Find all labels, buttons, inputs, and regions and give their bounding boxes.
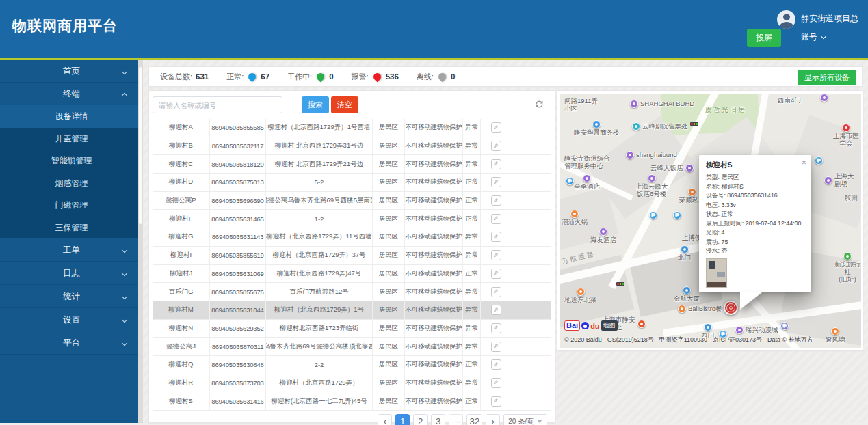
table-row[interactable]: 柳迎村M869405035631044柳迎村（北京西路1729弄）1号居民区不可… [153,301,551,320]
sidebar-item[interactable]: 工单 [0,238,143,262]
map-poi-label: 云峰剧院售票处 [642,123,688,131]
map-poi: 瑞兴动漫城 [735,326,778,334]
refresh-icon[interactable] [534,99,544,109]
edit-icon[interactable] [491,232,501,242]
edit-icon[interactable] [491,287,501,297]
table-row[interactable]: 柳迎村B869405035632117柳迎村 北京西路1729弄31号边居民区不… [153,137,551,156]
table-cell: 懿德公寓J [153,338,210,355]
page-button[interactable]: 2 [413,414,428,425]
map-poi: 上海市医学会 [831,124,861,148]
page-size-select[interactable]: 20 条/页 [503,414,547,425]
sidebar-item[interactable]: 设置 [0,308,143,331]
table-row[interactable]: 柳迎村F8694050356314651-2居民区不可移动建筑物保护正常 [153,210,551,228]
table-cell: 正常 [463,392,481,410]
table-cell: 柳迎村R [153,374,210,392]
edit-icon[interactable] [491,159,501,169]
sidebar-item[interactable]: 终端 [0,83,143,105]
table-cell: 柳迎村 北京西路1729弄21号边 [266,155,373,173]
table-row[interactable]: 柳迎村R869405035873703柳迎村（北京西路1729弄）居民区不可移动… [153,374,551,393]
edit-icon[interactable] [491,122,501,133]
prev-page-button[interactable]: ‹ [378,414,392,425]
edit-icon[interactable] [491,177,501,187]
edit-icon[interactable] [491,305,501,315]
baidu-logo-map: 地图 [601,320,618,331]
edit-icon[interactable] [491,214,501,224]
device-photo[interactable] [706,258,727,288]
sidebar-item[interactable]: 日志 [0,262,143,285]
edit-icon[interactable] [491,195,501,206]
table-cell: 869405035631044 [210,301,266,319]
sidebar-item[interactable]: 统计 [0,285,143,308]
table-cell: 869405035631069 [210,265,266,283]
page-button[interactable]: 32 [466,414,482,425]
table-row[interactable]: 柳迎村Q8694050356308482-2居民区不可移动建筑物保护正常 [153,356,551,374]
table-cell: 异常 [463,228,481,246]
edit-cell [481,338,511,355]
edit-icon[interactable] [491,269,501,279]
edit-cell [481,374,511,392]
edit-cell [481,265,511,283]
table-cell: 不可移动建筑物保护 [405,283,463,301]
sidebar-subitem[interactable]: 井盖管理 [0,128,143,150]
sidebar-subitem[interactable]: 三保管理 [0,217,143,239]
orange-poi-icon [678,305,686,313]
avatar[interactable] [777,10,795,29]
table-cell: 869405035630848 [210,356,266,374]
page-button[interactable]: 3 [431,414,445,425]
sidebar-subitem[interactable]: 设备详情 [0,105,143,128]
sidebar-subitem[interactable]: 智能锁管理 [0,150,143,172]
table-row[interactable]: 懿德公寓P869405035696690懿德公寓乌鲁木齐北路69号西楼5层南面居… [153,192,551,210]
sidebar-subitem[interactable]: 门磁管理 [0,194,143,217]
table-cell: 不可移动建筑物保护 [405,301,463,319]
table-cell: 异常 [463,374,481,392]
table-row[interactable]: 柳迎村S869405035631416柳迎村(北京西路一七二九弄)45号居民区不… [153,392,551,411]
sidebar-item[interactable]: 平台 [0,331,143,355]
sidebar-subitem[interactable]: 烟感管理 [0,172,143,195]
edit-icon[interactable] [491,141,501,151]
table-row[interactable]: 柳迎村J869405035631069柳迎村(北京西路1729弄)47号居民区不… [153,265,551,284]
scrollbar-thumb[interactable] [139,67,142,224]
map-poi-label: 新安旅行社 (旧址) [834,261,861,284]
stat-value: 0 [329,72,333,81]
search-input[interactable] [153,96,282,113]
next-page-button[interactable]: › [486,414,500,425]
edit-icon[interactable] [491,378,501,388]
map-poi-label: 金航大厦 [674,295,700,303]
table-row[interactable]: 百乐门G869405035855676百乐门万航渡路12号居民区不可移动建筑物保… [153,283,551,301]
page-ellipsis[interactable]: ··· [449,414,463,425]
show-all-devices-button[interactable]: 显示所有设备 [798,70,856,85]
cast-screen-button[interactable]: 投屏 [747,29,781,47]
map-poi [820,94,828,102]
chevron-down-icon [122,294,127,299]
account-dropdown[interactable]: 账号 [801,31,858,43]
edit-icon[interactable] [491,342,501,352]
table-row[interactable]: 懿德公寓J869405035870311乌鲁木齐北路69号懿德公寓楼顶北靠西居民… [153,338,551,356]
table-row[interactable]: 柳迎村D8694050358750135-2居民区不可移动建筑物保护正常 [153,174,551,192]
map-poi: 上海云峰大 饭店6号楼 [635,174,668,198]
table-cell: 869405035855619 [210,247,266,264]
edit-icon[interactable] [491,359,501,370]
selected-device-marker[interactable] [724,301,738,315]
map-poi: 西南4门 [778,97,801,105]
page-button[interactable]: 1 [395,414,410,425]
table-row[interactable]: 柳迎村C869405035818120柳迎村 北京西路1729弄21号边居民区不… [153,155,551,174]
edit-icon[interactable] [491,250,501,260]
clear-button[interactable]: 清空 [331,96,358,113]
edit-icon[interactable] [491,323,501,333]
edit-icon[interactable] [491,396,501,407]
map-poi-label: 闸路1911弄 小区 [564,98,598,113]
search-button[interactable]: 搜索 [302,96,329,113]
close-icon[interactable]: × [801,158,806,167]
baidu-map[interactable]: 万航渡路 × 柳迎村S 类型: 居民区名称: 柳迎村S设备号: 86940503… [560,94,861,348]
table-row[interactable]: 柳迎村N869405035629352柳迎村北京西路1723弄临街居民区不可移动… [153,320,551,338]
table-row[interactable]: 柳迎村G869405035631143柳迎村（北京西路1729弄）11号西墙居民… [153,228,551,247]
sidebar-item-label: 平台 [63,338,80,348]
table-cell: 不可移动建筑物保护 [405,374,463,392]
sidebar-scrollbar[interactable] [138,60,143,423]
table-cell: 柳迎村B [153,137,210,155]
sidebar-item[interactable]: 首页 [0,60,143,83]
table-row[interactable]: 柳迎村I869405035855619柳迎村（北京西路1729弄）37号居民区不… [153,247,551,265]
stat-value: 536 [386,72,399,81]
table-row[interactable]: 柳迎村A869405035855585柳迎村（北京西路1729弄）1号西墙居民区… [153,119,551,137]
blue-poi-icon [592,120,601,128]
